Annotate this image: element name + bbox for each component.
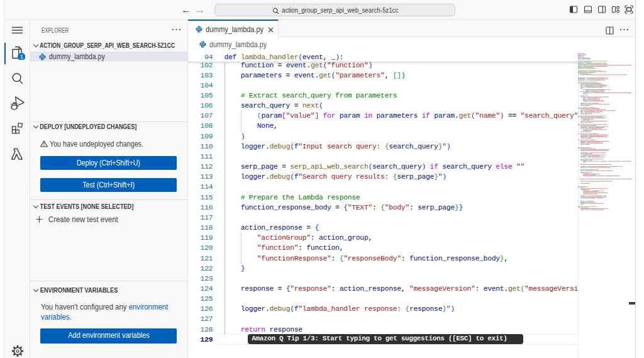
svg-text:1: 1 (20, 53, 23, 60)
